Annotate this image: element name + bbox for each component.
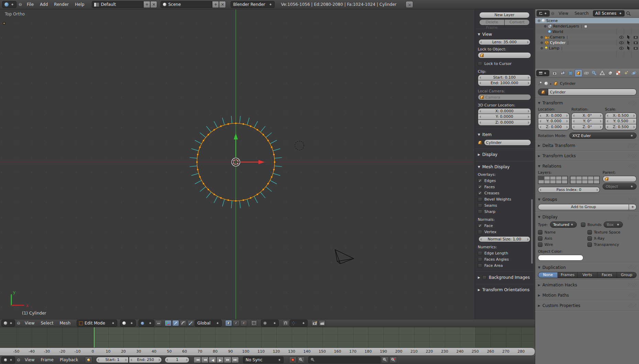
delete-frame-button[interactable]: Delete Frame [479, 19, 505, 25]
pivot-align-toggle[interactable]: ⇔ [155, 320, 162, 326]
tab-object-data[interactable] [598, 69, 606, 77]
layer-cell[interactable] [538, 180, 544, 184]
duplication-panel-header[interactable]: ▼ Duplication [538, 264, 637, 271]
snap-toggle[interactable] [282, 320, 289, 326]
add-to-group-button[interactable]: Add to Group [538, 204, 629, 210]
delete-keyframe-button[interactable] [389, 356, 397, 363]
sync-mode-select[interactable]: No Sync [243, 356, 284, 363]
scale-x-field[interactable]: X: 0.500 [605, 113, 637, 118]
tab-render[interactable] [551, 69, 559, 77]
screen-layout-select[interactable]: Default [92, 1, 143, 8]
editor-type-button[interactable] [1, 320, 15, 327]
outliner-row-camera[interactable]: ⊕ Camera | [535, 34, 639, 40]
add-scene-button[interactable]: + [212, 1, 219, 8]
pass-index-field[interactable]: Pass Index: 0 [538, 187, 600, 193]
layer-cell[interactable] [570, 180, 576, 184]
visibility-eye-icon[interactable] [619, 47, 624, 50]
play-button[interactable]: ▶ [216, 357, 224, 363]
selectability-cursor-icon[interactable] [627, 35, 630, 39]
tab-physics[interactable] [630, 69, 638, 77]
layer-cell[interactable] [550, 176, 556, 180]
menu-help[interactable]: Help [72, 2, 87, 7]
texture-space-checkbox[interactable]: Texture Space [587, 229, 637, 235]
face-area-checkbox[interactable]: Face Area [478, 262, 531, 269]
mesh-display-panel-header[interactable]: ▼ Mesh Display [478, 163, 531, 170]
transform-orientations-panel-header[interactable]: ▶ Transform Orientations [478, 286, 531, 293]
mesh-menu[interactable]: Mesh [57, 321, 74, 326]
close-layout-button[interactable]: × [150, 1, 157, 8]
view-menu[interactable]: View [22, 321, 37, 326]
opengl-render-image-button[interactable] [311, 320, 318, 326]
jump-to-end-button[interactable]: ▶▶| [231, 357, 239, 363]
translate-manipulator[interactable] [232, 133, 265, 166]
renderability-camera-icon[interactable] [634, 46, 638, 50]
editor-type-button[interactable] [2, 1, 16, 8]
layers-grid-right[interactable] [570, 176, 600, 184]
layer-cell[interactable] [544, 176, 550, 180]
face-normals-checkbox[interactable]: ✓Face [478, 223, 531, 229]
bevel-weights-checkbox[interactable]: Bevel Weights [478, 196, 531, 202]
expand-icon[interactable]: ⊕ [540, 41, 543, 45]
use-preview-range-toggle[interactable] [85, 356, 92, 363]
snap-element-select[interactable]: ⁛ [290, 320, 308, 327]
layer-cell[interactable] [588, 180, 594, 184]
expand-icon[interactable]: ⊕ [543, 24, 547, 28]
clip-end-slider[interactable]: End: 1000.000 [478, 80, 531, 86]
cursor-y-field[interactable]: Y: 0.0000 [478, 114, 531, 120]
layer-cell[interactable] [550, 180, 556, 184]
layer-cell[interactable] [538, 176, 544, 180]
editor-type-button[interactable] [536, 70, 549, 76]
camera-wireframe[interactable] [335, 250, 354, 264]
viewport-shading-select[interactable] [120, 320, 136, 327]
renderability-camera-icon[interactable] [634, 41, 638, 44]
insert-keyframe-button[interactable] [381, 356, 389, 363]
tab-particles[interactable] [622, 69, 630, 77]
expand-icon[interactable]: ⊕ [540, 35, 543, 39]
scale-z-field[interactable]: Z: 0.500 [605, 124, 637, 130]
menu-add[interactable]: Add [37, 2, 51, 7]
search-icon[interactable] [626, 11, 631, 16]
scale-y-field[interactable]: Y: 0.500 [605, 118, 637, 124]
outliner-row-world[interactable]: World [535, 29, 639, 34]
cursor-z-field[interactable]: Z: 0.0000 [478, 120, 531, 126]
layer-cell[interactable] [556, 180, 562, 184]
layer-cell[interactable] [576, 180, 582, 184]
proportional-edit-select[interactable] [261, 320, 279, 327]
layer-cell[interactable] [594, 180, 599, 184]
timeline-view-menu[interactable]: View [22, 357, 37, 362]
opengl-render-anim-button[interactable] [319, 320, 326, 326]
duplication-none-button[interactable]: None [538, 272, 558, 278]
show-name-checkbox[interactable]: Name [538, 229, 587, 235]
duplication-verts-button[interactable]: Verts [577, 272, 597, 278]
add-layout-button[interactable]: + [143, 1, 150, 8]
expand-icon[interactable]: ⊕ [540, 46, 543, 50]
checkbox-icon[interactable] [482, 275, 487, 280]
x-ray-checkbox[interactable]: X-Ray [587, 235, 637, 241]
transform-orientation-select[interactable]: Global [195, 320, 222, 327]
cursor-x-field[interactable]: X: 0.0000 [478, 108, 531, 114]
location-z-field[interactable]: Z: 0.000 [538, 124, 570, 130]
motion-paths-panel-header[interactable]: ▶ Motion Paths [538, 292, 637, 299]
transparency-checkbox[interactable]: Transparency [587, 241, 637, 248]
collapse-menus-icon[interactable]: ⊖ [16, 321, 21, 326]
current-frame-line[interactable] [94, 327, 95, 348]
show-axis-checkbox[interactable]: Axis [538, 235, 587, 241]
duplication-frames-button[interactable]: Frames [558, 272, 577, 278]
layer-cell[interactable] [562, 180, 568, 184]
normal-size-slider[interactable]: Normal Size: 1.00 [478, 236, 530, 242]
tab-render-layers[interactable] [559, 69, 566, 77]
edge-select-mode-toggle[interactable] [233, 320, 240, 326]
layer-cell[interactable] [556, 176, 562, 180]
background-images-panel-header[interactable]: ▶ Background Images [478, 274, 531, 281]
renderability-camera-icon[interactable] [634, 35, 638, 39]
layer-cell[interactable] [544, 180, 550, 184]
object-color-swatch[interactable] [538, 255, 583, 261]
lens-slider[interactable]: Lens: 35.000 [478, 39, 530, 45]
groups-panel-header[interactable]: ▼ Groups [538, 196, 637, 203]
tab-material[interactable] [606, 69, 614, 77]
rotation-z-field[interactable]: Z: 0° [571, 124, 603, 130]
editor-type-button[interactable] [1, 356, 15, 363]
parent-object-field[interactable] [603, 176, 637, 182]
selectability-cursor-icon[interactable] [627, 41, 630, 45]
layer-cell[interactable] [562, 176, 568, 180]
